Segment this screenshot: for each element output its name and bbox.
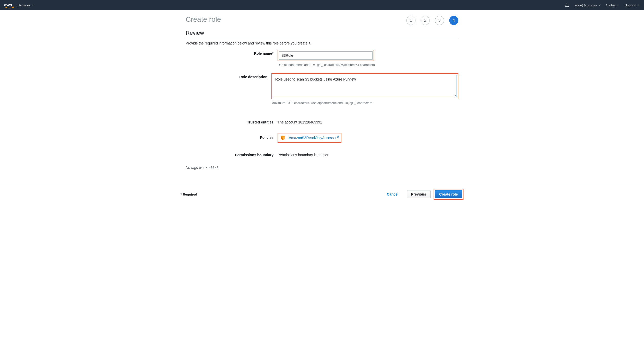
role-name-input[interactable]: [279, 51, 373, 60]
permissions-boundary-value: Permissions boundary is not set: [278, 151, 458, 157]
external-link-icon: [335, 136, 339, 140]
page-content: Create role 1 2 3 4 Review Provide the r…: [181, 10, 463, 170]
chevron-down-icon: [598, 5, 600, 6]
step-2[interactable]: 2: [421, 16, 430, 25]
role-description-label: Role description: [186, 73, 271, 79]
permissions-boundary-row: Permissions boundary Permissions boundar…: [186, 151, 458, 157]
policy-highlight: AmazonS3ReadOnlyAccess: [278, 133, 341, 143]
region-menu[interactable]: Global: [606, 3, 619, 7]
policies-label: Policies: [186, 133, 278, 140]
services-menu[interactable]: Services: [18, 3, 34, 7]
chevron-down-icon: [638, 5, 640, 6]
required-note: * Required: [181, 192, 197, 196]
account-label: alice@contoso: [575, 3, 597, 7]
policy-cube-icon: [280, 135, 286, 141]
step-3[interactable]: 3: [435, 16, 444, 25]
role-description-control: Maximum 1000 characters. Use alphanumeri…: [271, 73, 458, 110]
create-role-button[interactable]: Create role: [435, 190, 462, 198]
account-menu[interactable]: alice@contoso: [575, 3, 600, 7]
wizard-steps: 1 2 3 4: [186, 16, 458, 25]
chevron-down-icon: [32, 5, 34, 6]
trusted-entities-label: Trusted entities: [186, 119, 278, 124]
role-description-row: Role description Maximum 1000 characters…: [186, 73, 458, 110]
permissions-boundary-label: Permissions boundary: [186, 151, 278, 157]
role-name-row: Role name* Use alphanumeric and '+=,.@-_…: [186, 50, 458, 72]
role-name-control: Use alphanumeric and '+=,.@-_' character…: [278, 50, 458, 72]
role-name-highlight: [278, 50, 374, 61]
role-name-help: Use alphanumeric and '+=,.@-_' character…: [278, 63, 458, 67]
top-nav: aws Services alice@contoso Global Suppor…: [0, 0, 644, 10]
step-1[interactable]: 1: [406, 16, 415, 25]
policies-value-wrap: AmazonS3ReadOnlyAccess: [278, 133, 458, 143]
role-description-help: Maximum 1000 characters. Use alphanumeri…: [271, 101, 458, 105]
policy-link-text: AmazonS3ReadOnlyAccess: [289, 136, 334, 140]
footer-bar: * Required Cancel Previous Create role: [0, 185, 644, 203]
permissions-boundary-value-wrap: Permissions boundary is not set: [278, 151, 458, 157]
tags-note: No tags were added.: [186, 166, 458, 170]
footer-inner: * Required Cancel Previous Create role: [181, 189, 463, 200]
support-menu[interactable]: Support: [625, 3, 640, 7]
role-description-highlight: [271, 73, 458, 99]
step-4[interactable]: 4: [449, 16, 458, 25]
role-name-label: Role name*: [186, 50, 278, 55]
trusted-entities-row: Trusted entities The account 18132846339…: [186, 119, 458, 124]
create-role-highlight: Create role: [434, 189, 463, 200]
chevron-down-icon: [617, 5, 619, 6]
section-description: Provide the required information below a…: [186, 41, 458, 45]
section-divider: [186, 38, 458, 38]
role-description-input[interactable]: [273, 75, 457, 97]
policy-link[interactable]: AmazonS3ReadOnlyAccess: [289, 136, 339, 140]
trusted-entities-value: The account 181328463391: [278, 119, 458, 124]
trusted-entities-value-wrap: The account 181328463391: [278, 119, 458, 124]
cancel-button[interactable]: Cancel: [383, 190, 403, 198]
services-label: Services: [18, 3, 30, 7]
notifications-icon[interactable]: [565, 3, 569, 7]
aws-logo[interactable]: aws: [4, 3, 12, 8]
aws-swoosh-icon: [5, 6, 14, 9]
region-label: Global: [606, 3, 616, 7]
previous-button[interactable]: Previous: [407, 190, 431, 198]
support-label: Support: [625, 3, 636, 7]
section-title: Review: [186, 30, 458, 36]
policies-row: Policies AmazonS3ReadOnlyAccess: [186, 133, 458, 143]
